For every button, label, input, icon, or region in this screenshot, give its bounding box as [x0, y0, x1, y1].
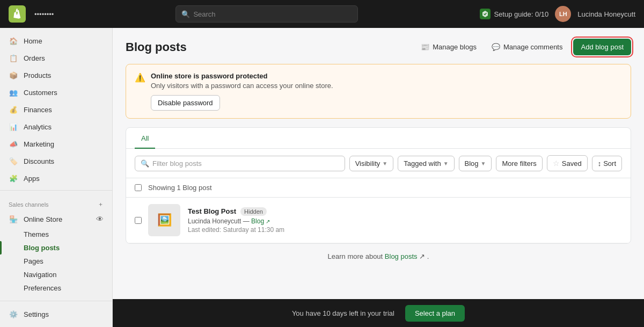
sidebar-item-analytics[interactable]: 📊 Analytics: [0, 118, 112, 135]
analytics-icon: 📊: [9, 122, 18, 132]
filters-row: 🔍 Visibility ▼ Tagged with ▼ Blog ▼: [126, 149, 631, 178]
sidebar-item-themes[interactable]: Themes: [0, 228, 112, 241]
sidebar-item-products[interactable]: 📦 Products: [0, 67, 112, 84]
sidebar-item-blog-posts[interactable]: Blog posts: [0, 241, 112, 255]
visibility-label: Visibility: [355, 159, 380, 168]
sidebar-item-orders[interactable]: 📋 Orders: [0, 49, 112, 67]
visibility-chevron-icon: ▼: [382, 161, 387, 166]
blog-link-label: Blog: [251, 217, 264, 225]
eye-icon: 👁: [96, 215, 104, 223]
sidebar-item-label: Products: [24, 71, 51, 79]
manage-blogs-icon: 📰: [421, 43, 429, 51]
sort-icon: ↕: [598, 159, 602, 168]
more-filters-label: More filters: [502, 159, 536, 168]
setup-guide-label: Setup guide: 0/10: [494, 10, 548, 18]
alert-banner: ⚠️ Online store is password protected On…: [126, 64, 631, 119]
add-blog-post-button[interactable]: Add blog post: [573, 39, 631, 55]
content-area: Blog posts 📰 Manage blogs 💬 Manage comme…: [113, 28, 644, 327]
topbar-right: Setup guide: 0/10 LH Lucinda Honeycutt: [480, 6, 635, 22]
search-input[interactable]: [193, 10, 352, 18]
blog-filter-label: Blog: [465, 159, 479, 168]
store-name: ••••••••: [34, 10, 54, 18]
sidebar-settings: ⚙️ Settings: [0, 301, 112, 327]
sidebar-item-label: Finances: [24, 106, 52, 114]
table-row[interactable]: 🖼️ Test Blog Post Hidden Lucinda Honeycu…: [126, 198, 631, 243]
apps-icon: 🧩: [9, 173, 18, 183]
preferences-label: Preferences: [24, 284, 61, 292]
learn-more-link[interactable]: Blog posts: [385, 252, 419, 260]
alert-icon: ⚠️: [135, 72, 145, 83]
filter-search-input[interactable]: [152, 159, 339, 168]
sidebar-item-preferences[interactable]: Preferences: [0, 281, 112, 295]
sidebar-item-finances[interactable]: 💰 Finances: [0, 101, 112, 118]
manage-blogs-button[interactable]: 📰 Manage blogs: [416, 40, 481, 54]
learn-more-text-after: .: [427, 252, 429, 260]
tab-all[interactable]: All: [135, 128, 155, 149]
user-name: Lucinda Honeycutt: [577, 10, 635, 18]
tab-all-label: All: [141, 134, 149, 142]
orders-icon: 📋: [9, 53, 18, 63]
filter-search[interactable]: 🔍: [135, 156, 345, 171]
trial-banner: You have 10 days left in your trial Sele…: [113, 299, 644, 327]
image-placeholder-icon: 🖼️: [157, 213, 172, 227]
sidebar-item-discounts[interactable]: 🏷️ Discounts: [0, 152, 112, 170]
sidebar-item-label: Marketing: [24, 140, 54, 148]
blog-thumbnail: 🖼️: [148, 204, 180, 236]
sidebar-item-navigation[interactable]: Navigation: [0, 268, 112, 281]
visibility-filter-button[interactable]: Visibility ▼: [349, 156, 394, 171]
pages-label: Pages: [24, 257, 43, 265]
filter-search-icon: 🔍: [141, 159, 149, 168]
star-icon: ☆: [553, 159, 560, 168]
blog-info: Test Blog Post Hidden Lucinda Honeycutt …: [188, 207, 622, 234]
sidebar-item-pages[interactable]: Pages: [0, 255, 112, 268]
settings-label: Settings: [24, 310, 49, 318]
row-checkbox[interactable]: [135, 217, 142, 224]
learn-more-text-before: Learn more about: [328, 252, 385, 260]
add-blog-post-label: Add blog post: [581, 43, 624, 51]
navigation-label: Navigation: [24, 271, 56, 279]
external-link-icon: ↗: [266, 219, 270, 224]
shopify-logo: [9, 5, 26, 23]
sidebar-item-settings[interactable]: ⚙️ Settings: [0, 306, 112, 323]
setup-guide-icon: [480, 9, 491, 19]
trial-text: You have 10 days left in your trial: [292, 309, 394, 317]
blog-filter-button[interactable]: Blog ▼: [459, 156, 492, 171]
avatar[interactable]: LH: [555, 6, 571, 22]
add-sales-channel-button[interactable]: ＋: [98, 200, 104, 208]
sidebar-item-customers[interactable]: 👥 Customers: [0, 84, 112, 101]
select-plan-label: Select a plan: [415, 309, 455, 317]
home-icon: 🏠: [9, 36, 18, 46]
search-bar[interactable]: 🔍: [175, 5, 358, 23]
main-layout: 🏠 Home 📋 Orders 📦 Products 👥 Customers 💰…: [0, 28, 644, 327]
saved-button[interactable]: ☆ Saved: [547, 155, 588, 171]
content-inner: Blog posts 📰 Manage blogs 💬 Manage comme…: [113, 28, 644, 299]
blog-chevron-icon: ▼: [481, 161, 486, 166]
sidebar: 🏠 Home 📋 Orders 📦 Products 👥 Customers 💰…: [0, 28, 113, 327]
manage-blogs-label: Manage blogs: [433, 43, 477, 51]
sidebar-nav: 🏠 Home 📋 Orders 📦 Products 👥 Customers 💰…: [0, 28, 112, 301]
sidebar-item-home[interactable]: 🏠 Home: [0, 32, 112, 49]
discounts-icon: 🏷️: [9, 156, 18, 166]
tagged-with-label: Tagged with: [404, 159, 441, 168]
tagged-with-filter-button[interactable]: Tagged with ▼: [398, 156, 454, 171]
manage-comments-button[interactable]: 💬 Manage comments: [487, 40, 567, 54]
more-filters-button[interactable]: More filters: [496, 156, 542, 171]
setup-guide[interactable]: Setup guide: 0/10: [480, 9, 548, 19]
finances-icon: 💰: [9, 105, 18, 114]
ext-icon-learn: ↗: [419, 252, 425, 260]
sidebar-item-marketing[interactable]: 📣 Marketing: [0, 135, 112, 152]
blog-link[interactable]: Blog: [251, 217, 266, 225]
list-header: Showing 1 Blog post: [126, 178, 631, 198]
search-icon: 🔍: [181, 10, 190, 18]
alert-title: Online store is password protected: [151, 72, 622, 80]
showing-count: Showing 1 Blog post: [148, 184, 212, 192]
manage-comments-icon: 💬: [492, 43, 500, 51]
alert-content: Online store is password protected Only …: [151, 72, 622, 111]
sidebar-item-online-store[interactable]: 🏪 Online Store 👁: [0, 210, 112, 228]
sidebar-item-apps[interactable]: 🧩 Apps: [0, 170, 112, 187]
select-all-checkbox[interactable]: [135, 184, 142, 191]
online-store-icon: 🏪: [9, 214, 18, 224]
sort-button[interactable]: ↕ Sort: [592, 156, 622, 171]
select-plan-button[interactable]: Select a plan: [405, 305, 465, 322]
disable-password-button[interactable]: Disable password: [151, 95, 220, 111]
